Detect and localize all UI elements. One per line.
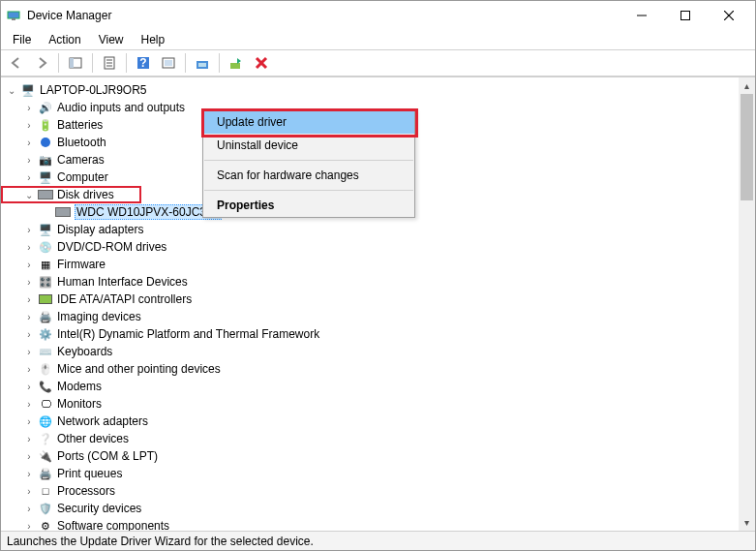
- net-icon: [38, 413, 53, 429]
- expander-icon[interactable]: ›: [22, 170, 36, 184]
- toolbar-enable-button[interactable]: [225, 51, 248, 75]
- expander-icon[interactable]: ›: [22, 380, 36, 393]
- expander-icon[interactable]: ›: [22, 519, 36, 531]
- tree-item-label: Network adapters: [57, 414, 148, 428]
- tree-item-label: Keyboards: [57, 345, 112, 358]
- expander-icon[interactable]: ›: [22, 432, 36, 445]
- scroll-down-button[interactable]: ▾: [739, 514, 755, 531]
- tree-item-label: Print queues: [57, 467, 122, 480]
- tree-item-label: IDE ATA/ATAPI controllers: [57, 292, 192, 306]
- toolbar: ?: [1, 49, 755, 77]
- expander-icon[interactable]: ›: [22, 310, 36, 323]
- tree-category[interactable]: ›Modems: [1, 378, 739, 395]
- tree-category[interactable]: ›Ports (COM & LPT): [1, 447, 739, 465]
- tree-item-label: Ports (COM & LPT): [57, 449, 158, 463]
- toolbar-properties-button[interactable]: [98, 51, 121, 75]
- context-menu: Update driver Uninstall device Scan for …: [202, 109, 415, 218]
- tree-category[interactable]: ›IDE ATA/ATAPI controllers: [1, 291, 739, 308]
- vertical-scrollbar[interactable]: ▴ ▾: [739, 77, 755, 531]
- tree-category[interactable]: ›Monitors: [1, 395, 739, 413]
- disp-icon: [38, 222, 53, 237]
- expander-icon[interactable]: ›: [22, 362, 36, 376]
- menu-action[interactable]: Action: [41, 31, 88, 48]
- toolbar-update-driver-button[interactable]: [191, 51, 214, 75]
- expander-icon[interactable]: ›: [22, 136, 36, 149]
- toolbar-help-button[interactable]: ?: [132, 51, 155, 75]
- modem-icon: [38, 379, 53, 394]
- expander-icon[interactable]: ›: [22, 467, 36, 480]
- expander-icon[interactable]: ›: [22, 345, 36, 358]
- expander-icon[interactable]: ›: [22, 153, 36, 167]
- tree-category[interactable]: ›Firmware: [1, 256, 739, 273]
- expander-icon[interactable]: ›: [22, 414, 36, 428]
- expander-icon[interactable]: ›: [22, 240, 36, 254]
- tree-item-label: Audio inputs and outputs: [57, 101, 185, 114]
- menu-help[interactable]: Help: [134, 31, 173, 48]
- tree-category[interactable]: ›Imaging devices: [1, 308, 739, 325]
- toolbar-separator: [58, 53, 59, 73]
- context-properties[interactable]: Properties: [203, 194, 414, 217]
- tree-category[interactable]: ›Security devices: [1, 500, 739, 517]
- context-uninstall-device[interactable]: Uninstall device: [203, 134, 414, 157]
- expander-icon[interactable]: ›: [22, 292, 36, 306]
- toolbar-separator: [126, 53, 127, 73]
- tree-category[interactable]: ›Mice and other pointing devices: [1, 360, 739, 378]
- context-update-driver[interactable]: Update driver: [203, 110, 414, 134]
- ide-icon: [38, 291, 53, 307]
- expander-icon[interactable]: [40, 205, 53, 219]
- tree-category[interactable]: ›Other devices: [1, 430, 739, 447]
- prnq-icon: [38, 466, 53, 481]
- tree-item-label: LAPTOP-0LJR9OR5: [40, 83, 147, 97]
- toolbar-separator: [92, 53, 93, 73]
- expander-icon[interactable]: ›: [22, 258, 36, 271]
- cam-icon: [38, 152, 53, 168]
- tree-root[interactable]: ⌄LAPTOP-0LJR9OR5: [1, 81, 739, 99]
- expander-icon[interactable]: ›: [22, 502, 36, 515]
- toolbar-show-hide-button[interactable]: [64, 51, 87, 75]
- tree-item-label: Intel(R) Dynamic Platform and Thermal Fr…: [57, 327, 319, 341]
- toolbar-back-button[interactable]: [5, 51, 28, 75]
- svg-rect-18: [230, 63, 240, 69]
- toolbar-forward-button[interactable]: [30, 51, 53, 75]
- tree-category[interactable]: ›DVD/CD-ROM drives: [1, 238, 739, 256]
- scroll-up-button[interactable]: ▴: [739, 77, 755, 94]
- tree-category[interactable]: ›Network adapters: [1, 413, 739, 430]
- tree-item-label: Imaging devices: [57, 310, 141, 323]
- tree-category[interactable]: ›Display adapters: [1, 221, 739, 238]
- expander-icon[interactable]: ›: [22, 223, 36, 236]
- maximize-button[interactable]: [663, 2, 707, 29]
- expander-icon[interactable]: ›: [22, 449, 36, 463]
- tree-item-label: Monitors: [57, 397, 102, 411]
- status-bar: Launches the Update Driver Wizard for th…: [1, 531, 755, 550]
- expander-icon[interactable]: ›: [22, 101, 36, 114]
- expander-icon[interactable]: ›: [22, 484, 36, 498]
- menu-view[interactable]: View: [91, 31, 132, 48]
- scroll-thumb[interactable]: [741, 94, 753, 200]
- tree-item-label: WDC WD10JPVX-60JC3T0: [75, 204, 222, 220]
- speaker-icon: [38, 100, 53, 115]
- expander-icon[interactable]: ⌄: [22, 188, 36, 201]
- toolbar-uninstall-button[interactable]: [250, 51, 273, 75]
- tree-category[interactable]: ›Software components: [1, 517, 739, 531]
- svg-rect-17: [198, 63, 206, 67]
- expander-icon[interactable]: ›: [22, 118, 36, 132]
- tree-category[interactable]: ›Print queues: [1, 465, 739, 482]
- context-separator: [204, 160, 413, 161]
- expander-icon[interactable]: ⌄: [5, 83, 18, 97]
- expander-icon[interactable]: ›: [22, 397, 36, 411]
- minimize-button[interactable]: [620, 2, 663, 29]
- tree-category[interactable]: ›Intel(R) Dynamic Platform and Thermal F…: [1, 325, 739, 343]
- dvd-icon: [38, 239, 53, 255]
- context-scan-hardware[interactable]: Scan for hardware changes: [203, 164, 414, 187]
- cpu-icon: [38, 483, 53, 499]
- expander-icon[interactable]: ›: [22, 327, 36, 341]
- tree-category[interactable]: ›Processors: [1, 482, 739, 500]
- toolbar-scan-button[interactable]: [157, 51, 180, 75]
- menu-file[interactable]: File: [5, 31, 39, 48]
- tree-category[interactable]: ›Keyboards: [1, 343, 739, 360]
- hid-icon: [38, 274, 53, 290]
- close-button[interactable]: [707, 2, 750, 29]
- tree-category[interactable]: ›Human Interface Devices: [1, 273, 739, 291]
- tree-item-label: Batteries: [57, 118, 103, 132]
- expander-icon[interactable]: ›: [22, 275, 36, 289]
